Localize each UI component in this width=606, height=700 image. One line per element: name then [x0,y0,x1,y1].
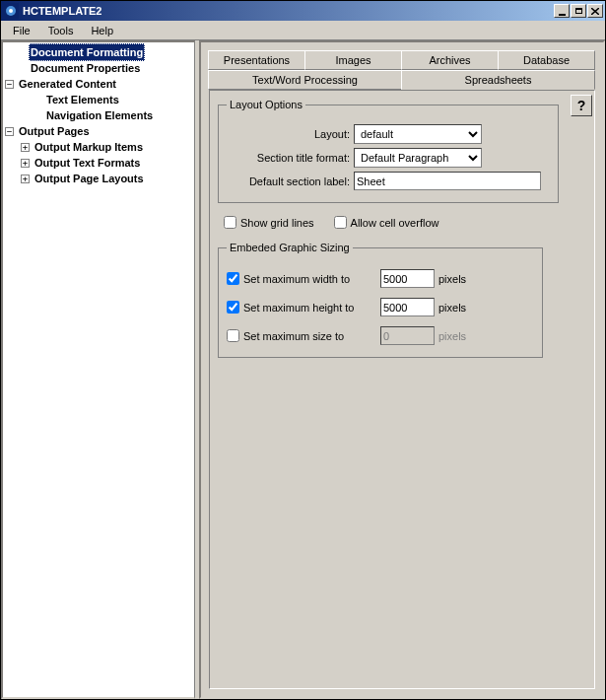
allow-cell-overflow-checkbox[interactable] [334,216,347,229]
layout-label: Layout: [227,128,350,140]
title-bar: HCTEMPLATE2 [1,1,605,21]
section-title-format-label: Section title format: [227,152,350,164]
default-section-label-input[interactable] [354,172,541,190]
tab-panel-spreadsheets: ? Layout Options Layout: default Section… [209,90,595,689]
pixels-label-disabled: pixels [438,330,466,342]
max-size-input [380,326,435,345]
pixels-label: pixels [438,273,466,285]
help-button[interactable]: ? [571,95,592,116]
set-max-height-label: Set maximum height to [243,302,376,314]
tab-text-word-processing[interactable]: Text/Word Processing [208,70,402,90]
menu-file[interactable]: File [5,23,38,38]
app-icon [3,3,19,19]
expand-icon[interactable]: − [5,127,14,136]
embedded-graphic-sizing-group: Embeded Graphic Sizing Set maximum width… [218,242,543,358]
menu-help[interactable]: Help [83,23,121,38]
max-height-input[interactable] [380,298,435,316]
tab-images[interactable]: Images [304,50,402,70]
expand-icon[interactable]: − [5,80,14,89]
tab-archives[interactable]: Archives [401,50,499,70]
window-title: HCTEMPLATE2 [23,5,554,17]
menu-tools[interactable]: Tools [40,23,82,38]
show-grid-lines-label: Show grid lines [240,217,314,229]
expand-icon[interactable]: + [21,143,30,152]
expand-icon[interactable]: + [21,159,30,168]
set-max-size-label: Set maximum size to [243,330,376,342]
tab-strip: Presentations Images Archives Database T… [209,50,595,90]
expand-icon[interactable]: + [21,175,30,183]
close-button[interactable] [587,4,603,18]
layout-options-group: Layout Options Layout: default Section t… [218,99,559,203]
layout-options-legend: Layout Options [227,99,305,110]
sizing-legend: Embeded Graphic Sizing [227,242,353,253]
maximize-button[interactable] [571,4,586,18]
section-title-format-select[interactable]: Default Paragraph [354,148,482,168]
content-pane: Presentations Images Archives Database T… [199,40,605,699]
show-grid-lines-row[interactable]: Show grid lines [224,216,314,229]
set-max-width-checkbox[interactable] [227,272,239,285]
default-section-label-label: Default section label: [227,175,350,187]
menu-bar: File Tools Help [1,21,605,40]
set-max-width-label: Set maximum width to [243,273,376,285]
set-max-height-checkbox[interactable] [227,301,239,314]
set-max-size-checkbox[interactable] [227,329,239,342]
minimize-button[interactable] [554,4,570,18]
max-width-input[interactable] [380,269,435,288]
layout-select[interactable]: default [354,124,482,144]
pixels-label: pixels [438,302,466,314]
tree-node-output-page-layouts[interactable]: Output Page Layouts [33,170,146,187]
svg-point-1 [9,9,13,13]
show-grid-lines-checkbox[interactable] [224,216,236,229]
navigation-tree[interactable]: Document Formatting Document Properties … [1,40,195,699]
tab-spreadsheets[interactable]: Spreadsheets [401,70,595,90]
allow-cell-overflow-label: Allow cell overflow [351,217,439,229]
tab-presentations[interactable]: Presentations [208,50,305,70]
allow-cell-overflow-row[interactable]: Allow cell overflow [334,216,439,229]
tab-database[interactable]: Database [498,50,595,70]
